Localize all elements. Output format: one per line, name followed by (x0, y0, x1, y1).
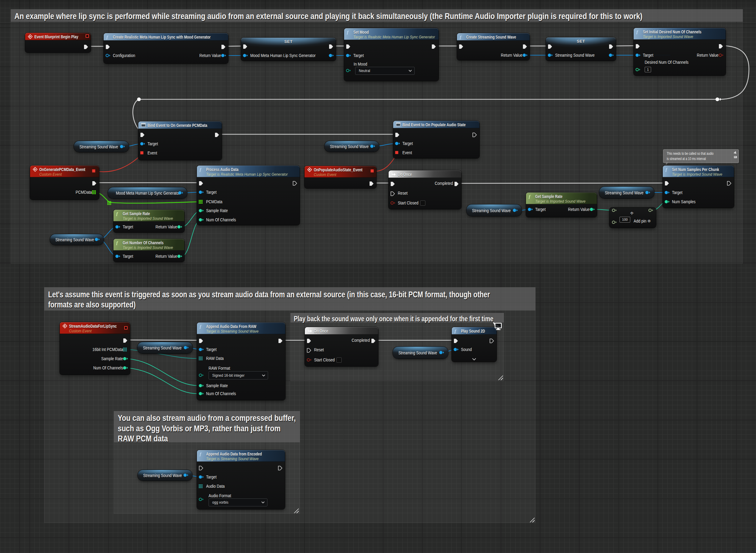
svg-text:1: 1 (307, 329, 309, 331)
svg-text:1: 1 (391, 172, 393, 174)
